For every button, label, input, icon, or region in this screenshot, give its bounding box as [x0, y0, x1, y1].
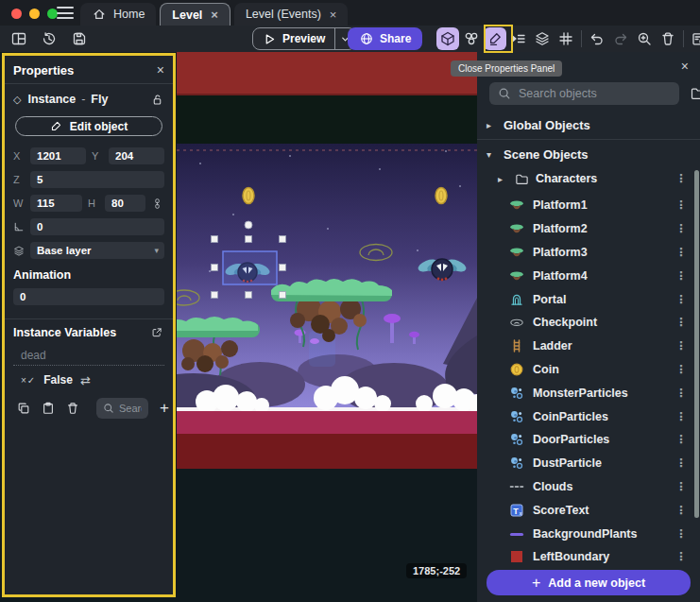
object-menu-icon[interactable]: ⋮: [670, 316, 692, 329]
undo-icon[interactable]: [586, 27, 608, 50]
window-controls[interactable]: [11, 9, 58, 19]
object-row[interactable]: CoinParticles⋮: [477, 404, 700, 428]
layers-icon[interactable]: [531, 27, 554, 50]
height-field[interactable]: [105, 195, 145, 212]
object-menu-icon[interactable]: ⋮: [670, 456, 692, 470]
unlock-icon[interactable]: [149, 92, 164, 107]
section-scene-objects[interactable]: ▾ Scene Objects: [477, 142, 700, 166]
objects-search[interactable]: [489, 82, 679, 105]
tab-home[interactable]: Home: [80, 3, 156, 26]
object-row[interactable]: Ladder⋮: [477, 335, 700, 358]
redo-icon[interactable]: [609, 27, 632, 50]
object-menu-icon[interactable]: ⋮: [670, 410, 692, 423]
close-window-button[interactable]: [11, 9, 22, 19]
folder-characters[interactable]: ▸ Characters ⋮: [477, 166, 700, 191]
close-objects-panel-icon[interactable]: ×: [681, 60, 689, 73]
panels-icon[interactable]: [8, 27, 30, 50]
bottom-boundary-band[interactable]: [177, 434, 477, 469]
edit-pencil-icon[interactable]: [484, 27, 506, 50]
close-tab-icon[interactable]: ×: [330, 8, 337, 22]
object-label: Clouds: [533, 480, 572, 493]
object-menu-icon[interactable]: ⋮: [670, 269, 692, 283]
object-menu-icon[interactable]: ⋮: [670, 293, 692, 306]
edit-notes-icon[interactable]: [688, 27, 700, 50]
top-boundary-band[interactable]: [177, 52, 477, 95]
z-field[interactable]: [30, 171, 164, 188]
tab-level-events[interactable]: Level (Events) ×: [234, 3, 349, 26]
object-menu-icon[interactable]: ⋮: [670, 433, 692, 446]
x-field[interactable]: [30, 147, 86, 164]
open-variables-icon[interactable]: [149, 325, 164, 340]
toggle-value-icon[interactable]: ⇄: [80, 373, 91, 387]
variable-value-row[interactable]: ×✓ False ⇄: [13, 371, 164, 388]
object-label: MonsterParticles: [533, 387, 628, 400]
object-row[interactable]: TxScoreText⋮: [477, 498, 700, 522]
selection-box[interactable]: [223, 251, 277, 284]
scene-canvas[interactable]: 1785;-252: [177, 52, 477, 602]
width-field[interactable]: [30, 195, 82, 212]
object-row[interactable]: Clouds⋮: [477, 475, 700, 499]
animation-field[interactable]: [13, 288, 164, 305]
grid-icon[interactable]: [555, 27, 577, 50]
zoom-in-icon[interactable]: [633, 27, 656, 50]
trash-icon[interactable]: [657, 27, 679, 50]
objects-search-input[interactable]: [519, 87, 671, 100]
platform-icon: [509, 198, 524, 213]
history-icon[interactable]: [38, 27, 60, 50]
object-row[interactable]: Platform4⋮: [477, 264, 700, 287]
link-dimensions-icon[interactable]: [151, 198, 164, 210]
object-menu-icon[interactable]: ⋮: [670, 550, 692, 563]
instances-list-icon[interactable]: [507, 27, 530, 50]
object-menu-icon[interactable]: ⋮: [670, 363, 692, 376]
object-label: Ladder: [533, 339, 572, 353]
object-row[interactable]: Portal⋮: [477, 287, 700, 311]
section-global-objects[interactable]: ▸ Global Objects: [477, 112, 700, 137]
object-row[interactable]: BackgroundPlants⋮: [477, 522, 700, 545]
add-folder-icon[interactable]: [687, 82, 700, 105]
object-menu-icon[interactable]: ⋮: [670, 387, 692, 400]
copy-icon[interactable]: [13, 398, 34, 419]
add-variable-button[interactable]: +: [160, 399, 169, 418]
object-row[interactable]: MonsterParticles⋮: [477, 381, 700, 404]
object-row[interactable]: Platform1⋮: [477, 194, 700, 217]
add-object-button[interactable]: + Add a new object: [487, 570, 691, 595]
paste-icon[interactable]: [38, 398, 59, 419]
objects-scrollbar[interactable]: [694, 170, 699, 518]
object-menu-icon[interactable]: ⋮: [670, 527, 692, 541]
cube-3d-icon[interactable]: [436, 27, 459, 50]
menu-icon[interactable]: [57, 7, 74, 19]
object-menu-icon[interactable]: ⋮: [670, 480, 692, 493]
object-row[interactable]: DustParticle⋮: [477, 452, 700, 475]
object-group-icon[interactable]: [460, 27, 483, 50]
object-menu-icon[interactable]: ⋮: [670, 339, 692, 353]
object-row[interactable]: Platform3⋮: [477, 241, 700, 265]
y-field[interactable]: [109, 147, 164, 164]
object-row[interactable]: LeftBoundary⋮: [477, 545, 700, 569]
trash-icon[interactable]: [62, 398, 83, 419]
close-properties-icon[interactable]: ×: [157, 63, 164, 77]
object-menu-icon[interactable]: ⋮: [670, 246, 692, 259]
object-row[interactable]: Coin⋮: [477, 358, 700, 382]
minimize-window-button[interactable]: [29, 9, 40, 19]
object-row[interactable]: Platform2⋮: [477, 217, 700, 241]
object-menu-icon[interactable]: ⋮: [670, 504, 692, 517]
toolbar: Preview Share: [0, 26, 700, 52]
variables-search[interactable]: [96, 398, 148, 419]
preview-button[interactable]: Preview: [252, 27, 356, 50]
angle-field[interactable]: [30, 218, 164, 235]
object-menu-icon[interactable]: ⋮: [670, 222, 692, 235]
object-row[interactable]: DoorParticles⋮: [477, 428, 700, 452]
edit-object-button[interactable]: Edit object: [15, 116, 162, 136]
object-menu-icon[interactable]: ⋮: [670, 198, 692, 212]
coin[interactable]: [435, 188, 447, 204]
coin[interactable]: [243, 188, 254, 204]
save-icon[interactable]: [68, 27, 91, 50]
variables-search-input[interactable]: [119, 403, 142, 414]
object-menu-icon[interactable]: ⋮: [670, 172, 692, 185]
share-button[interactable]: Share: [348, 27, 422, 50]
close-tab-icon[interactable]: ×: [211, 8, 218, 22]
variable-name[interactable]: dead: [13, 347, 164, 366]
tab-level[interactable]: Level ×: [160, 3, 230, 26]
object-row[interactable]: Checkpoint⋮: [477, 311, 700, 335]
layer-select[interactable]: Base layer ▾: [30, 242, 164, 259]
